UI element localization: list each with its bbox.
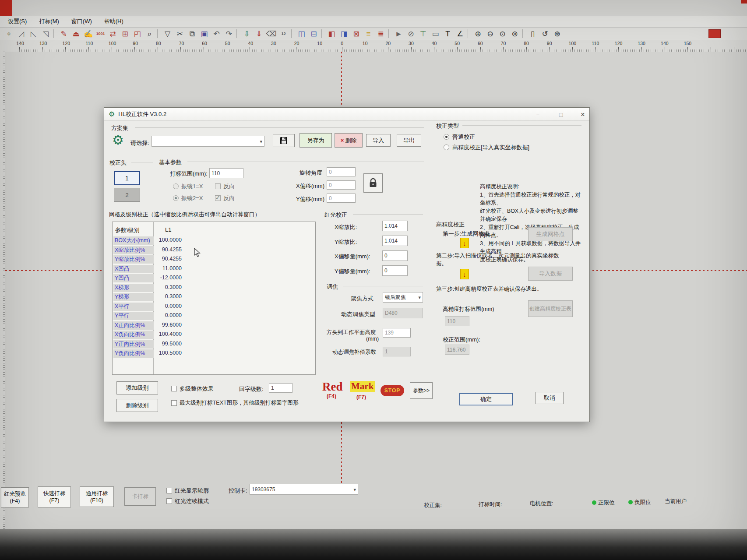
grid-table-row[interactable]: Y凹凸 -12.0000 xyxy=(113,274,315,283)
param-name[interactable]: X梯形 xyxy=(113,284,154,292)
measure-icon[interactable]: ⊤ xyxy=(418,28,429,39)
grid-table-row[interactable]: Y缩放比例% 90.4255 xyxy=(113,255,315,264)
toolbar-icon[interactable] xyxy=(522,29,525,38)
laser-return-icon[interactable]: ⇄ xyxy=(107,28,118,39)
export-button[interactable]: 导出 xyxy=(397,134,421,147)
loop-count-input[interactable]: 1 xyxy=(269,383,292,393)
grid-table-row[interactable]: BOX大小(mm) 100.0000 xyxy=(113,236,315,246)
add-level-button[interactable]: 添加级别 xyxy=(116,381,158,394)
ok-button[interactable]: 确定 xyxy=(459,393,513,405)
maximize-button[interactable]: □ xyxy=(554,110,567,119)
param-value[interactable]: 100.0000 xyxy=(155,237,182,243)
toolbar-icon[interactable] xyxy=(53,29,56,38)
menu-item[interactable]: 帮助(H) xyxy=(104,18,123,25)
shape-edit-icon[interactable]: ◹ xyxy=(40,28,51,39)
filter-icon[interactable]: ▽ xyxy=(162,28,173,39)
create-hp-table-button[interactable]: 创建高精度校正表 xyxy=(528,300,573,317)
laser-pen-icon[interactable]: ✎ xyxy=(58,28,69,39)
laser-write-icon[interactable]: ✍ xyxy=(83,28,94,39)
redlight-xscale-input[interactable]: 1.014 xyxy=(382,221,408,231)
y-offset-input[interactable]: 0 xyxy=(327,194,356,203)
param-value[interactable]: 90.4255 xyxy=(155,256,182,262)
pick-icon[interactable]: ⌖ xyxy=(4,28,14,39)
card-mark-button[interactable]: 卡打标 xyxy=(124,487,156,506)
rotate-input[interactable]: 0 xyxy=(327,167,356,176)
grid-table-row[interactable]: Y正向比例% 99.5000 xyxy=(113,340,315,349)
head-1-button[interactable]: 1 xyxy=(114,171,140,185)
marquee-icon[interactable]: ▭ xyxy=(430,28,441,39)
x-offset-input[interactable]: 0 xyxy=(327,180,356,190)
param-value[interactable]: 0.0000 xyxy=(155,303,182,309)
dialog-titlebar[interactable]: ⚙ HL校正软件 V3.0.2 xyxy=(104,108,589,121)
fill2-icon[interactable]: ◨ xyxy=(338,28,349,39)
toolbar-icon[interactable] xyxy=(321,29,324,38)
radio-normal-label[interactable]: 普通校正 xyxy=(452,133,475,141)
laser-shape-icon[interactable]: ◰ xyxy=(132,28,143,39)
laser-stamp-icon[interactable]: ⏏ xyxy=(70,28,81,39)
param-value[interactable]: 99.6000 xyxy=(155,322,182,328)
param-name[interactable]: Y缩放比例% xyxy=(113,255,154,264)
hp-calib-range-input[interactable]: 116.760 xyxy=(445,345,469,355)
toolbar-icon[interactable] xyxy=(291,29,294,38)
focus-comp-input[interactable]: 1 xyxy=(383,347,411,356)
laser-grid-icon[interactable]: ⊞ xyxy=(120,28,130,39)
copy-icon[interactable]: ⧉ xyxy=(187,28,197,39)
preview-icon[interactable]: ⌕ xyxy=(144,28,155,39)
hatch-icon[interactable]: ≡ xyxy=(363,28,374,39)
node-edit-icon[interactable]: ◿ xyxy=(16,28,27,39)
digits-icon[interactable]: 12 xyxy=(278,28,289,39)
radio-galvo2-label[interactable]: 振镜2=X xyxy=(181,194,203,202)
import-data-button[interactable]: 导入数据 xyxy=(528,267,573,281)
redlight-preview-button[interactable]: 红光预览 (F4) xyxy=(1,487,29,507)
redlight-yoff-input[interactable]: 0 xyxy=(382,265,408,276)
checkbox-reverse2[interactable] xyxy=(215,195,221,201)
grid-table-row[interactable]: X平行 0.0000 xyxy=(113,302,315,312)
head-2-button[interactable]: 2 xyxy=(114,188,140,202)
laser-stop-icon[interactable] xyxy=(708,29,721,38)
param-name[interactable]: X缩放比例% xyxy=(113,246,154,254)
toolbar-icon[interactable] xyxy=(157,29,160,38)
radio-galvo2[interactable] xyxy=(173,195,179,201)
angle-icon[interactable]: ∠ xyxy=(455,28,465,39)
grid-table-row[interactable]: X负向比例% 100.4000 xyxy=(113,330,315,340)
redlight-xoff-input[interactable]: 0 xyxy=(382,250,408,261)
hatch2-icon[interactable]: ≣ xyxy=(375,28,386,39)
grid-table-row[interactable]: X凹凸 11.0000 xyxy=(113,264,315,274)
move-icon[interactable]: ► xyxy=(393,28,404,39)
mark-f7-button[interactable]: Mark xyxy=(350,381,375,392)
toolbar-icon[interactable] xyxy=(388,29,391,38)
grid-table-row[interactable]: X正向比例% 99.6000 xyxy=(113,321,315,331)
menu-item[interactable]: 窗口(W) xyxy=(71,18,92,25)
cut-icon[interactable]: ✂ xyxy=(174,28,185,39)
radio-normal-calibration[interactable] xyxy=(444,134,449,140)
scheme-select-dropdown[interactable] xyxy=(152,136,264,147)
checkbox-max-level[interactable] xyxy=(171,400,177,406)
delete-level-button[interactable]: 删除级别 xyxy=(116,399,158,412)
param-name[interactable]: X正向比例% xyxy=(113,321,154,330)
checkbox-multi-level[interactable] xyxy=(171,386,177,391)
grid-table-row[interactable]: Y负向比例% 100.5000 xyxy=(113,349,315,359)
lock-button[interactable] xyxy=(363,173,383,193)
grid-table-row[interactable]: X梯形 0.3000 xyxy=(113,283,315,293)
param-value[interactable]: 100.4000 xyxy=(155,331,182,337)
checkbox-max-level-label[interactable]: 最大级别打标TEXT图形，其他级别打标回字图形 xyxy=(180,399,298,407)
page-icon[interactable]: ▯ xyxy=(527,28,538,39)
checkbox-reverse1[interactable] xyxy=(215,183,221,189)
array-icon[interactable]: ⊠ xyxy=(351,28,362,39)
checkbox-multi-level-label[interactable]: 多级整体效果 xyxy=(180,385,214,393)
curve-edit-icon[interactable]: ◺ xyxy=(28,28,39,39)
zoom-fit-icon[interactable]: ⊚ xyxy=(509,28,520,39)
nofill-icon[interactable]: ⊘ xyxy=(405,28,416,39)
radio-high-precision[interactable] xyxy=(444,144,449,150)
checkbox-redlight-continuous-label[interactable]: 红光连续模式 xyxy=(175,497,209,505)
focus-dyn-input[interactable]: D480 xyxy=(383,308,423,318)
checkbox-reverse1-label[interactable]: 反向 xyxy=(223,183,235,190)
zoom-in-icon[interactable]: ⊕ xyxy=(472,28,483,39)
save-as-button[interactable]: 另存为 xyxy=(300,133,332,148)
param-value[interactable]: -12.0000 xyxy=(155,275,182,281)
radio-galvo1-label[interactable]: 振镜1=X xyxy=(181,183,203,190)
param-name[interactable]: Y负向比例% xyxy=(113,349,154,358)
redo-icon[interactable]: ↷ xyxy=(223,28,234,39)
paste-icon[interactable]: ▣ xyxy=(199,28,210,39)
radio-galvo1[interactable] xyxy=(173,183,179,189)
